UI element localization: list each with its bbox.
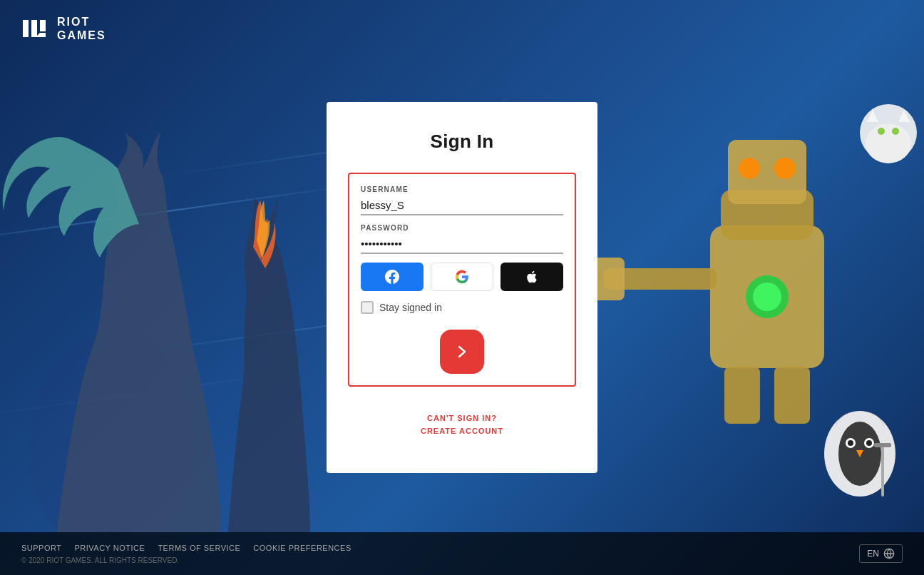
username-label: USERNAME (361, 185, 563, 193)
password-label: PASSWORD (361, 224, 563, 232)
signin-title: Sign In (431, 131, 494, 153)
svg-point-25 (866, 123, 911, 163)
svg-point-27 (892, 128, 899, 135)
footer-left-col: SUPPORT PRIVACY NOTICE TERMS OF SERVICE … (21, 544, 859, 564)
svg-point-11 (774, 158, 796, 179)
svg-point-19 (848, 440, 853, 446)
social-buttons-row (361, 263, 563, 291)
svg-rect-15 (774, 367, 810, 424)
facebook-icon (385, 270, 399, 284)
form-box: USERNAME PASSWORD (348, 173, 576, 387)
terms-link[interactable]: TERMS OF SERVICE (158, 544, 240, 552)
create-account-link[interactable]: CREATE ACCOUNT (421, 427, 503, 435)
svg-point-21 (866, 440, 872, 446)
submit-button[interactable] (440, 330, 484, 374)
svg-rect-23 (874, 443, 891, 447)
globe-icon (883, 548, 895, 559)
support-link[interactable]: SUPPORT (21, 544, 61, 552)
privacy-link[interactable]: PRIVACY NOTICE (74, 544, 145, 552)
footer: SUPPORT PRIVACY NOTICE TERMS OF SERVICE … (0, 532, 924, 575)
language-selector[interactable]: EN (859, 544, 903, 563)
svg-point-26 (878, 128, 885, 135)
characters-left (0, 47, 356, 532)
bottom-links: CAN'T SIGN IN? CREATE ACCOUNT (421, 414, 503, 435)
svg-rect-0 (23, 20, 29, 37)
logo-text: RIOT GAMES (57, 15, 106, 42)
svg-marker-3 (36, 33, 46, 37)
google-icon (455, 270, 469, 284)
stay-signed-in-checkbox[interactable] (361, 301, 374, 314)
riot-games-logo-icon (21, 14, 50, 43)
facebook-signin-button[interactable] (361, 263, 423, 291)
svg-point-10 (739, 158, 760, 179)
footer-links-row: SUPPORT PRIVACY NOTICE TERMS OF SERVICE … (21, 544, 859, 552)
signin-card: Sign In USERNAME PASSWORD (327, 102, 597, 473)
copyright-text: © 2020 RIOT GAMES. ALL RIGHTS RESERVED. (21, 556, 859, 564)
apple-signin-button[interactable] (500, 263, 563, 291)
svg-rect-22 (881, 447, 884, 497)
lang-label: EN (867, 549, 879, 559)
password-group: PASSWORD (361, 224, 563, 254)
arrow-right-icon (453, 343, 471, 360)
svg-rect-14 (724, 367, 760, 424)
svg-rect-1 (31, 20, 37, 37)
cant-sign-in-link[interactable]: CAN'T SIGN IN? (427, 414, 497, 422)
stay-signed-in-row: Stay signed in (361, 301, 563, 314)
apple-icon (525, 270, 539, 284)
characters-right (568, 47, 924, 532)
logo: RIOT GAMES (21, 14, 106, 43)
svg-rect-2 (40, 20, 46, 31)
cookie-link[interactable]: COOKIE PREFERENCES (253, 544, 351, 552)
username-group: USERNAME (361, 185, 563, 215)
stay-signed-in-label: Stay signed in (379, 302, 442, 313)
svg-point-9 (753, 283, 781, 311)
google-signin-button[interactable] (431, 263, 493, 291)
password-input[interactable] (361, 235, 563, 254)
username-input[interactable] (361, 196, 563, 215)
